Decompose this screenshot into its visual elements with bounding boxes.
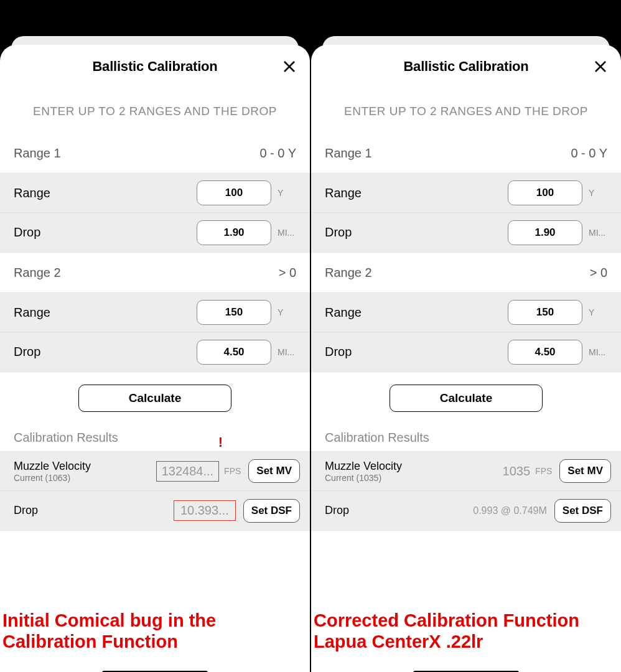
unit-mil: MI...: [589, 228, 607, 238]
range-label: Range: [325, 306, 362, 320]
calculate-button[interactable]: Calculate: [390, 385, 543, 412]
range-label: Range: [14, 186, 50, 200]
range1-section-label: Range 1: [14, 146, 61, 161]
results-header: Calibration Results: [0, 431, 310, 451]
calibration-panel-left: Ballistic Calibration ENTER UP TO 2 RANG…: [0, 45, 310, 672]
range2-range-input[interactable]: 150: [508, 300, 582, 325]
drop-result-value: 0.993 @ 0.749M: [473, 505, 547, 516]
mv-current: Current (1035): [325, 473, 402, 483]
drop-label: Drop: [14, 225, 40, 240]
unit-mil: MI...: [278, 347, 296, 357]
range2-drop-input[interactable]: 4.50: [508, 340, 582, 365]
range1-meta: 0 - 0 Y: [259, 146, 296, 161]
drop-result-value: 10.393...: [174, 500, 236, 521]
unit-fps: FPS: [535, 466, 552, 476]
set-dsf-button[interactable]: Set DSF: [243, 499, 300, 523]
drop-result-label: Drop: [325, 504, 349, 517]
results-header: Calibration Results: [311, 431, 621, 451]
mv-current: Current (1063): [14, 473, 91, 483]
instruction-text: ENTER UP TO 2 RANGES AND THE DROP: [0, 88, 310, 133]
range2-section-label: Range 2: [325, 266, 372, 280]
mv-value: 132484...: [156, 461, 219, 482]
set-mv-button[interactable]: Set MV: [559, 459, 611, 483]
close-button[interactable]: [280, 57, 299, 76]
panel-title: Ballistic Calibration: [403, 58, 528, 75]
close-button[interactable]: [591, 57, 610, 76]
error-marker-icon: !: [218, 434, 223, 450]
instruction-text: ENTER UP TO 2 RANGES AND THE DROP: [311, 88, 621, 133]
close-icon: [282, 59, 297, 74]
mv-label: Muzzle Velocity: [325, 460, 402, 473]
drop-label: Drop: [325, 225, 352, 240]
set-dsf-button[interactable]: Set DSF: [554, 499, 611, 523]
range2-meta: > 0: [590, 266, 607, 280]
unit-yards: Y: [278, 307, 296, 317]
drop-label: Drop: [14, 345, 40, 359]
range1-drop-input[interactable]: 1.90: [197, 220, 271, 245]
unit-mil: MI...: [278, 228, 296, 238]
range1-section-label: Range 1: [325, 146, 372, 161]
range2-meta: > 0: [279, 266, 296, 280]
range-label: Range: [14, 306, 50, 320]
unit-yards: Y: [278, 188, 296, 198]
calculate-button[interactable]: Calculate: [78, 385, 231, 412]
panel-title: Ballistic Calibration: [92, 58, 217, 75]
range2-section-label: Range 2: [14, 266, 61, 280]
range1-range-input[interactable]: 100: [197, 180, 271, 205]
mv-label: Muzzle Velocity: [14, 460, 91, 473]
unit-mil: MI...: [589, 347, 607, 357]
drop-result-label: Drop: [14, 504, 38, 517]
set-mv-button[interactable]: Set MV: [248, 459, 300, 483]
unit-yards: Y: [589, 188, 607, 198]
caption-left: Initial Comical bug in the Calibration F…: [2, 610, 307, 652]
range2-range-input[interactable]: 150: [197, 300, 271, 325]
range1-meta: 0 - 0 Y: [571, 146, 607, 161]
unit-yards: Y: [589, 307, 607, 317]
close-icon: [593, 59, 608, 74]
range1-range-input[interactable]: 100: [508, 180, 582, 205]
range-label: Range: [325, 186, 362, 200]
range1-drop-input[interactable]: 1.90: [508, 220, 582, 245]
range2-drop-input[interactable]: 4.50: [197, 340, 271, 365]
drop-label: Drop: [325, 345, 352, 359]
unit-fps: FPS: [224, 466, 241, 476]
mv-value: 1035: [503, 464, 531, 478]
caption-right: Corrected Calibration Function Lapua Cen…: [314, 610, 619, 652]
calibration-panel-right: Ballistic Calibration ENTER UP TO 2 RANG…: [311, 45, 621, 672]
